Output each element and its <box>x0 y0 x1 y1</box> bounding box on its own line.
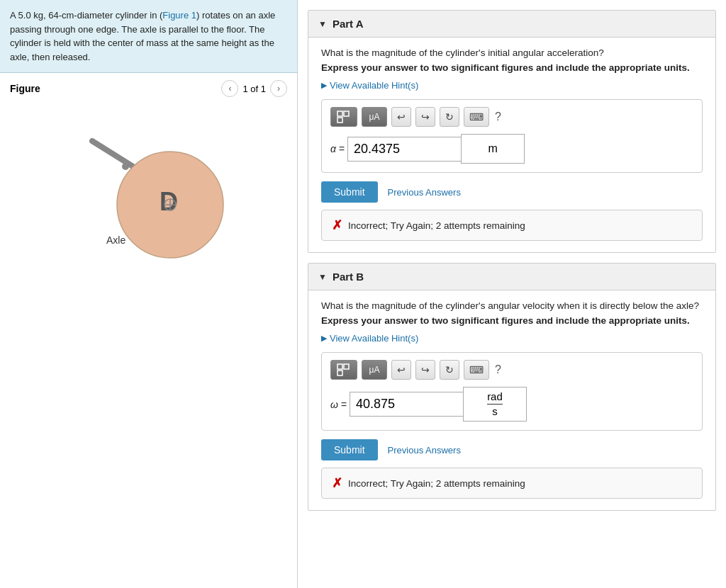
part-a-input-row: α = m <box>330 134 693 164</box>
figure-header: Figure ‹ 1 of 1 › <box>10 80 287 97</box>
part-b-error-box: ✗ Incorrect; Try Again; 2 attempts remai… <box>321 468 703 499</box>
part-b-error-msg: Incorrect; Try Again; 2 attempts remaini… <box>348 478 525 489</box>
mu-btn-a[interactable]: μA <box>362 107 387 127</box>
problem-text-box: A 5.0 kg, 64-cm-diameter cylinder in (Fi… <box>0 0 297 73</box>
refresh-btn-a[interactable]: ↻ <box>440 107 459 127</box>
part-b-body: What is the magnitude of the cylinder's … <box>308 290 715 510</box>
part-a-toolbar: μA ↩ ↪ ↻ ⌨ ? <box>330 107 693 127</box>
part-a-hint-label: View Available Hint(s) <box>330 80 418 91</box>
mu-btn-b[interactable]: μA <box>362 360 387 380</box>
part-a-error-icon: ✗ <box>332 217 342 233</box>
svg-point-7 <box>122 163 129 170</box>
part-b-header: ▼ Part B <box>308 264 715 290</box>
svg-rect-12 <box>344 364 349 369</box>
part-a-prev-answers-link[interactable]: Previous Answers <box>388 187 461 198</box>
part-b-value-input[interactable] <box>350 392 463 417</box>
right-panel: ▼ Part A What is the magnitude of the cy… <box>298 0 726 588</box>
part-a-answer-box: μA ↩ ↪ ↻ ⌨ ? α = m <box>321 99 703 173</box>
part-b-submit-row: Submit Previous Answers <box>321 439 703 460</box>
figure-link[interactable]: Figure 1 <box>162 10 196 21</box>
grid-icon-b <box>337 363 351 376</box>
grid-btn-b[interactable] <box>330 360 357 380</box>
problem-text-prefix: A 5.0 kg, 64-cm-diameter cylinder in ( <box>10 10 162 21</box>
part-b-eq-label: ω = <box>330 399 347 410</box>
part-a-unit: m <box>488 142 497 155</box>
part-b-unit-box: rad s <box>463 387 527 422</box>
part-b-toolbar: μA ↩ ↪ ↻ ⌨ ? <box>330 360 693 380</box>
part-a-error-msg: Incorrect; Try Again; 2 attempts remaini… <box>348 220 525 231</box>
part-b-title: Part B <box>333 271 364 283</box>
part-b-section: ▼ Part B What is the magnitude of the cy… <box>308 263 716 511</box>
svg-rect-11 <box>337 364 342 369</box>
part-b-submit-btn[interactable]: Submit <box>321 439 378 460</box>
undo-btn-b[interactable]: ↩ <box>391 360 411 380</box>
figure-nav-label: 1 of 1 <box>242 84 266 94</box>
part-a-error-box: ✗ Incorrect; Try Again; 2 attempts remai… <box>321 210 703 241</box>
redo-btn-b[interactable]: ↪ <box>415 360 435 380</box>
figure-nav: ‹ 1 of 1 › <box>221 80 287 97</box>
part-a-header: ▼ Part A <box>308 11 715 38</box>
svg-text:Axle: Axle <box>106 234 125 246</box>
question-btn-a[interactable]: ? <box>495 111 501 123</box>
hint-b-arrow-icon: ▶ <box>321 334 327 343</box>
keyboard-btn-b[interactable]: ⌨ <box>464 360 489 380</box>
part-b-hint-link[interactable]: ▶ View Available Hint(s) <box>321 333 703 344</box>
part-a-express: Express your answer to two significant f… <box>321 62 703 73</box>
part-b-error-icon: ✗ <box>332 475 342 491</box>
question-btn-b[interactable]: ? <box>495 363 501 376</box>
undo-btn-a[interactable]: ↩ <box>391 107 411 127</box>
part-b-unit-numerator: rad <box>487 390 503 405</box>
refresh-btn-b[interactable]: ↻ <box>440 360 459 380</box>
svg-rect-13 <box>337 371 342 375</box>
part-a-section: ▼ Part A What is the magnitude of the cy… <box>308 10 716 253</box>
figure-svg: D Axle <box>50 113 248 268</box>
part-a-body: What is the magnitude of the cylinder's … <box>308 38 715 252</box>
figure-next-btn[interactable]: › <box>270 80 287 97</box>
svg-rect-10 <box>337 118 342 123</box>
grid-icon-a <box>337 111 351 123</box>
part-a-collapse-btn[interactable]: ▼ <box>318 19 327 29</box>
hint-a-arrow-icon: ▶ <box>321 81 327 90</box>
svg-rect-9 <box>344 111 349 116</box>
figure-title: Figure <box>10 83 40 94</box>
part-b-collapse-btn[interactable]: ▼ <box>318 272 327 282</box>
part-b-answer-box: μA ↩ ↪ ↻ ⌨ ? ω = rad s <box>321 352 703 431</box>
part-b-input-row: ω = rad s <box>330 387 693 422</box>
figure-section: Figure ‹ 1 of 1 › D Axle <box>0 73 297 290</box>
part-a-submit-btn[interactable]: Submit <box>321 181 378 203</box>
keyboard-btn-a[interactable]: ⌨ <box>464 107 489 127</box>
part-a-unit-box: m <box>461 134 525 164</box>
part-b-question: What is the magnitude of the cylinder's … <box>321 300 703 311</box>
part-a-title: Part A <box>333 18 364 30</box>
part-b-unit-fraction: rad s <box>487 390 503 418</box>
figure-diagram: D Axle <box>10 106 287 283</box>
part-a-eq-label: α = <box>330 143 345 154</box>
part-b-prev-answers-link[interactable]: Previous Answers <box>388 445 461 456</box>
svg-rect-8 <box>337 111 342 116</box>
figure-prev-btn[interactable]: ‹ <box>221 80 238 97</box>
grid-btn-a[interactable] <box>330 107 357 127</box>
part-b-unit-denominator: s <box>492 405 498 418</box>
part-a-submit-row: Submit Previous Answers <box>321 181 703 203</box>
part-a-value-input[interactable] <box>347 137 461 162</box>
redo-btn-a[interactable]: ↪ <box>415 107 435 127</box>
part-a-question: What is the magnitude of the cylinder's … <box>321 47 703 58</box>
part-a-hint-link[interactable]: ▶ View Available Hint(s) <box>321 80 703 91</box>
part-b-hint-label: View Available Hint(s) <box>330 333 418 344</box>
part-b-express: Express your answer to two significant f… <box>321 315 703 326</box>
left-panel: A 5.0 kg, 64-cm-diameter cylinder in (Fi… <box>0 0 298 588</box>
